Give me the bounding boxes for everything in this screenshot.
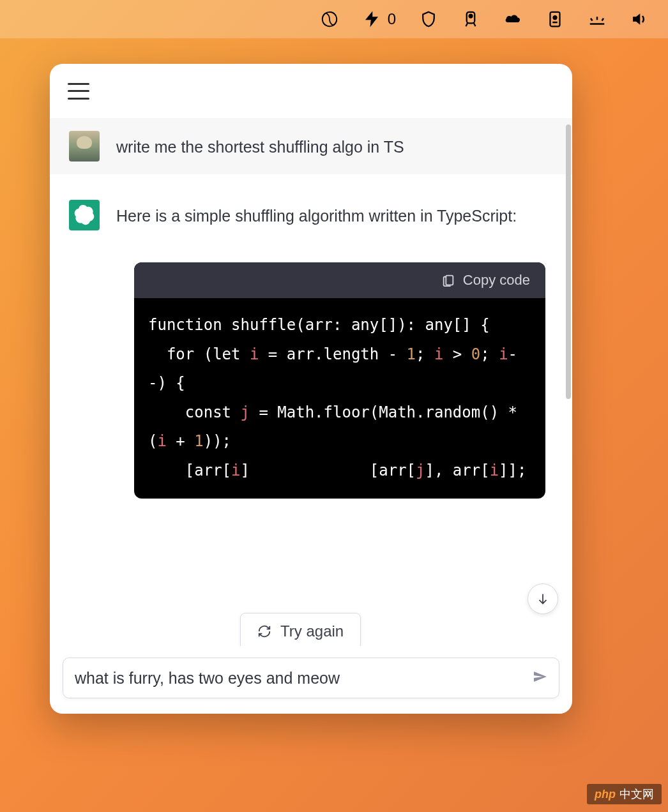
copy-code-label: Copy code [463, 272, 530, 289]
message-input[interactable] [75, 669, 532, 688]
scrollbar[interactable] [566, 124, 571, 399]
input-row [50, 646, 572, 714]
svg-point-4 [554, 16, 557, 19]
popover-arrow [307, 64, 330, 65]
assistant-message: Here is a simple shuffling algorithm wri… [50, 174, 572, 243]
openai-icon[interactable] [320, 10, 339, 29]
lightning-indicator[interactable]: 0 [362, 10, 396, 29]
svg-point-2 [469, 15, 473, 18]
try-again-label: Try again [280, 622, 344, 640]
code-content: function shuffle(arr: any[]): any[] { fo… [134, 298, 545, 499]
menu-button[interactable] [68, 83, 89, 100]
cloud-icon[interactable] [503, 10, 522, 29]
code-block: Copy code function shuffle(arr: any[]): … [134, 262, 545, 499]
lightning-count: 0 [388, 10, 396, 28]
chat-popover: write me the shortest shuffling algo in … [50, 64, 572, 714]
popover-header [50, 64, 572, 118]
copy-code-button[interactable]: Copy code [134, 262, 545, 298]
user-message-text: write me the shortest shuffling algo in … [116, 131, 547, 160]
try-again-button[interactable]: Try again [240, 613, 361, 646]
shield-icon[interactable] [419, 10, 438, 29]
user-message: write me the shortest shuffling algo in … [50, 118, 572, 174]
send-button[interactable] [532, 669, 547, 687]
train-icon[interactable] [461, 10, 480, 29]
keyboard-brightness-icon[interactable] [588, 10, 607, 29]
watermark-site: 中文网 [619, 786, 654, 802]
menubar: 0 [0, 0, 668, 38]
volume-icon[interactable] [630, 10, 649, 29]
watermark: php 中文网 [587, 784, 662, 804]
watermark-brand: php [595, 788, 616, 801]
assistant-avatar [69, 200, 100, 230]
conversation-area[interactable]: write me the shortest shuffling algo in … [50, 118, 572, 646]
assistant-message-text: Here is a simple shuffling algorithm wri… [116, 200, 547, 229]
input-box [63, 658, 559, 698]
id-card-icon[interactable] [545, 10, 565, 29]
scroll-down-button[interactable] [528, 583, 558, 614]
user-avatar [69, 131, 100, 162]
svg-rect-5 [446, 276, 453, 285]
